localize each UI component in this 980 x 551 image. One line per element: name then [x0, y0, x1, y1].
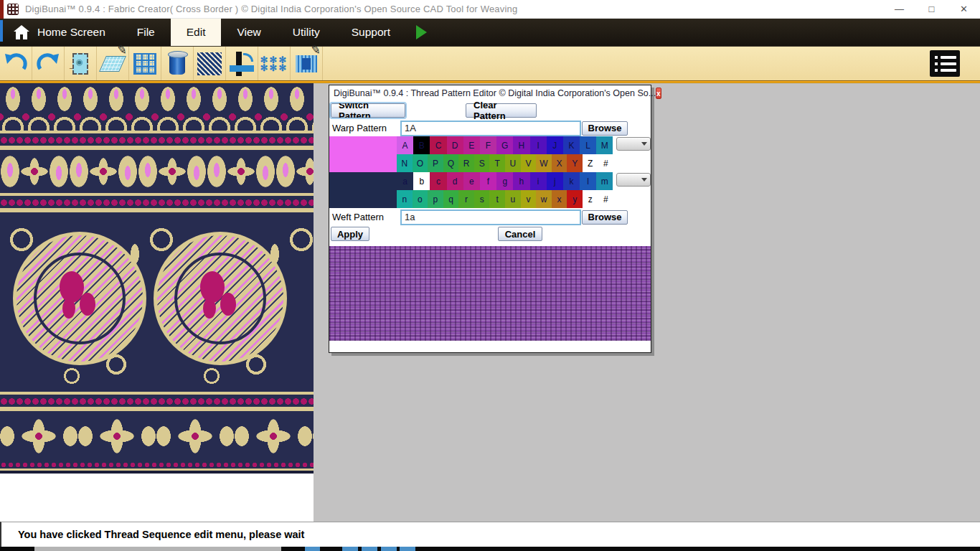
palette-cell-Q[interactable]: Q: [443, 154, 459, 172]
palette-cell-V[interactable]: V: [521, 154, 537, 172]
warp-browse-button[interactable]: Browse: [582, 121, 628, 136]
palette-cell-S[interactable]: S: [474, 154, 490, 172]
palette-cell-g[interactable]: g: [496, 172, 513, 190]
palette-cell-h[interactable]: h: [513, 172, 529, 190]
palette-cell-G[interactable]: G: [496, 136, 513, 154]
taskbar-app-segment: [305, 547, 320, 551]
palette-cell-U[interactable]: U: [505, 154, 521, 172]
palette-cell-c[interactable]: c: [430, 172, 446, 190]
palette-cell-X[interactable]: X: [552, 154, 567, 172]
palette-cell-T[interactable]: T: [489, 154, 505, 172]
palette-cell-i[interactable]: i: [530, 172, 547, 190]
palette-cell-d[interactable]: d: [447, 172, 463, 190]
palette-cell-O[interactable]: O: [413, 154, 428, 172]
undo-button[interactable]: [0, 47, 32, 80]
dialog-title: DigiBunai™ 0.9.4 : Thread Pattern Editor…: [334, 88, 656, 98]
weft-browse-button[interactable]: Browse: [582, 210, 628, 225]
design-pencil-button[interactable]: ✎: [291, 47, 323, 80]
palette-cell-#[interactable]: #: [598, 190, 614, 208]
close-button[interactable]: ✕: [948, 0, 980, 19]
menu-support[interactable]: Support: [336, 19, 406, 46]
palette-cell-Z[interactable]: Z: [583, 154, 598, 172]
dialog-title-bar[interactable]: DigiBunai™ 0.9.4 : Thread Pattern Editor…: [329, 85, 651, 101]
palette-cell-a[interactable]: a: [397, 172, 413, 190]
weft-palette-row-lower: nopqrstuvwxyz#: [397, 190, 613, 208]
palette-cell-I[interactable]: I: [530, 136, 547, 154]
dialog-close-button[interactable]: x: [656, 88, 661, 99]
switch-pattern-button[interactable]: Switch Pattern: [331, 103, 405, 118]
palette-cell-#[interactable]: #: [598, 154, 614, 172]
taskbar-app-segment: [362, 547, 377, 551]
maximize-button[interactable]: □: [915, 0, 948, 19]
palette-cell-v[interactable]: v: [521, 190, 537, 208]
palette-cell-A[interactable]: A: [397, 136, 413, 154]
green-play-icon[interactable]: [416, 25, 427, 39]
palette-cell-j[interactable]: j: [547, 172, 563, 190]
flower-medallion: [154, 232, 287, 365]
weave-texture-button[interactable]: [194, 47, 226, 80]
graph-grid-button[interactable]: [129, 47, 161, 80]
palette-cell-n[interactable]: n: [397, 190, 413, 208]
palette-cell-s[interactable]: s: [474, 190, 490, 208]
palette-cell-B[interactable]: B: [413, 136, 430, 154]
palette-cell-e[interactable]: e: [463, 172, 480, 190]
menu-edit[interactable]: Edit: [171, 19, 222, 46]
palette-cell-q[interactable]: q: [443, 190, 459, 208]
fabric-preview[interactable]: [0, 83, 314, 474]
palette-cell-f[interactable]: f: [480, 172, 496, 190]
palette-cell-b[interactable]: b: [413, 172, 430, 190]
thread-spool-button[interactable]: [161, 47, 194, 80]
palette-cell-J[interactable]: J: [547, 136, 563, 154]
menu-home-label: Home Screen: [37, 26, 105, 39]
edit-design-button[interactable]: ✎: [97, 47, 129, 80]
palette-cell-m[interactable]: m: [596, 172, 613, 190]
minimize-button[interactable]: —: [883, 0, 915, 19]
window-edge-accent-blue: [0, 20, 3, 42]
menu-view[interactable]: View: [221, 19, 276, 46]
palette-cell-r[interactable]: r: [458, 190, 474, 208]
motif-flowers-button[interactable]: ✻✻✻✻✻✻: [258, 47, 291, 80]
motif-flowers-icon: ✻✻✻✻✻✻: [260, 56, 288, 72]
cancel-button[interactable]: Cancel: [498, 227, 542, 241]
palette-cell-l[interactable]: l: [580, 172, 596, 190]
palette-cell-p[interactable]: p: [428, 190, 443, 208]
palette-cell-Y[interactable]: Y: [567, 154, 583, 172]
clear-pattern-button[interactable]: Clear Pattern: [466, 103, 537, 118]
palette-cell-t[interactable]: t: [489, 190, 505, 208]
menu-utility[interactable]: Utility: [277, 19, 336, 46]
redo-button[interactable]: [32, 47, 65, 80]
warp-weft-cross-button[interactable]: [226, 47, 258, 80]
apply-button[interactable]: Apply: [331, 227, 369, 241]
palette-cell-H[interactable]: H: [513, 136, 529, 154]
palette-cell-F[interactable]: F: [480, 136, 496, 154]
palette-cell-z[interactable]: z: [583, 190, 598, 208]
palette-cell-L[interactable]: L: [580, 136, 596, 154]
warp-pattern-input[interactable]: [400, 121, 581, 136]
palette-cell-P[interactable]: P: [428, 154, 443, 172]
palette-cell-k[interactable]: k: [563, 172, 580, 190]
palette-cell-x[interactable]: x: [552, 190, 567, 208]
menu-file[interactable]: File: [121, 19, 171, 46]
palette-cell-E[interactable]: E: [463, 136, 480, 154]
palette-cell-D[interactable]: D: [447, 136, 463, 154]
palette-cell-N[interactable]: N: [397, 154, 413, 172]
palette-cell-w[interactable]: w: [536, 190, 552, 208]
palette-cell-M[interactable]: M: [596, 136, 613, 154]
palette-cell-o[interactable]: o: [413, 190, 428, 208]
palette-cell-u[interactable]: u: [505, 190, 521, 208]
list-view-icon[interactable]: [930, 50, 960, 77]
app-logo-icon: [7, 4, 19, 15]
weft-pattern-input[interactable]: [400, 209, 581, 225]
palette-cell-C[interactable]: C: [430, 136, 446, 154]
warp-palette-dropdown[interactable]: [616, 137, 651, 151]
palette-cell-R[interactable]: R: [458, 154, 474, 172]
palette-cell-K[interactable]: K: [563, 136, 580, 154]
warp-swatch: [329, 136, 397, 172]
chevron-down-icon: [641, 142, 647, 146]
palette-cell-y[interactable]: y: [567, 190, 583, 208]
menu-home-screen[interactable]: Home Screen: [0, 19, 121, 46]
menu-edit-label: Edit: [187, 26, 206, 39]
import-pattern-button[interactable]: →: [65, 47, 97, 80]
weft-palette-dropdown[interactable]: [616, 173, 651, 187]
palette-cell-W[interactable]: W: [536, 154, 552, 172]
